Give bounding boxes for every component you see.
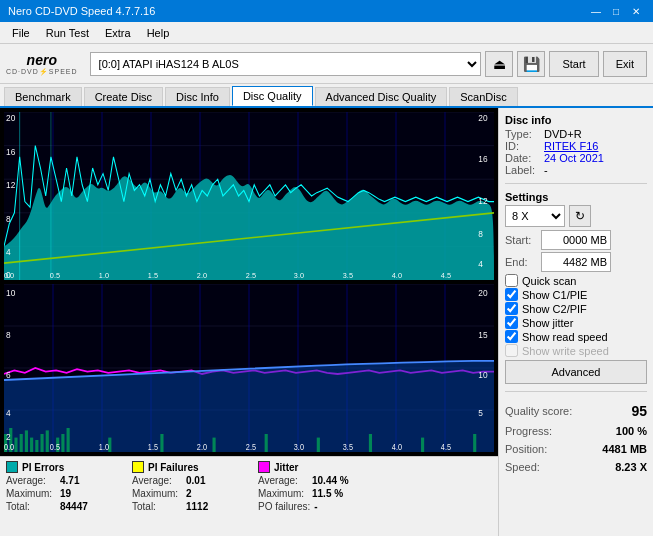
speed-row-bottom: Speed: 8.23 X <box>505 461 647 473</box>
maximize-button[interactable]: □ <box>607 3 625 19</box>
svg-text:1.0: 1.0 <box>99 271 109 280</box>
start-mb-row: Start: <box>505 230 647 250</box>
chart-pi-errors: 20 16 12 8 4 0 20 16 12 8 4 0.0 0.5 <box>4 112 494 280</box>
progress-row: Progress: 100 % <box>505 425 647 437</box>
show-c1-label: Show C1/PIE <box>522 289 587 301</box>
svg-text:15: 15 <box>478 329 487 340</box>
progress-label: Progress: <box>505 425 555 437</box>
pi-errors-avg-row: Average: 4.71 <box>6 475 116 486</box>
speed-row: 8 X ↻ <box>505 205 647 227</box>
close-button[interactable]: ✕ <box>627 3 645 19</box>
exit-button[interactable]: Exit <box>603 51 647 77</box>
logo-sub: CD·DVD⚡SPEED <box>6 68 78 76</box>
show-jitter-row: Show jitter <box>505 316 647 329</box>
show-write-speed-row: Show write speed <box>505 344 647 357</box>
right-panel: Disc info Type: DVD+R ID: RITEK F16 Date… <box>498 108 653 536</box>
jitter-po-row: PO failures: - <box>258 501 368 512</box>
start-mb-input[interactable] <box>541 230 611 250</box>
quick-scan-checkbox[interactable] <box>505 274 518 287</box>
show-read-speed-label: Show read speed <box>522 331 608 343</box>
tab-scan-disc[interactable]: ScanDisc <box>449 87 517 106</box>
disc-type-value: DVD+R <box>544 128 582 140</box>
svg-text:0.5: 0.5 <box>50 442 61 452</box>
charts-and-legend: 20 16 12 8 4 0 20 16 12 8 4 0.0 0.5 <box>0 108 498 536</box>
pi-failures-total-row: Total: 1112 <box>132 501 242 512</box>
drive-selector[interactable]: [0:0] ATAPI iHAS124 B AL0S <box>90 52 482 76</box>
save-button[interactable]: 💾 <box>517 51 545 77</box>
show-c1-row: Show C1/PIE <box>505 288 647 301</box>
svg-text:4.0: 4.0 <box>392 442 403 452</box>
svg-text:3.5: 3.5 <box>343 271 353 280</box>
disc-id-row: ID: RITEK F16 <box>505 140 647 152</box>
quality-score-value: 95 <box>631 403 647 419</box>
tab-disc-quality[interactable]: Disc Quality <box>232 86 313 106</box>
end-mb-input[interactable] <box>541 252 611 272</box>
speed-select[interactable]: 8 X <box>505 205 565 227</box>
svg-text:16: 16 <box>478 154 487 164</box>
legend-jitter: Jitter Average: 10.44 % Maximum: 11.5 % … <box>258 461 368 512</box>
pi-failures-label: PI Failures <box>148 462 199 473</box>
pi-failures-max-row: Maximum: 2 <box>132 488 242 499</box>
svg-text:2.5: 2.5 <box>246 442 257 452</box>
svg-text:3.0: 3.0 <box>294 271 304 280</box>
menu-file[interactable]: File <box>4 25 38 41</box>
settings-section: Settings 8 X ↻ Start: End: Quick scan <box>505 191 647 384</box>
quick-scan-label: Quick scan <box>522 275 576 287</box>
chart2-svg: 10 8 6 4 2 20 15 10 5 0.0 0.5 1.0 1. <box>4 284 494 452</box>
start-button[interactable]: Start <box>549 51 598 77</box>
speed-label: Speed: <box>505 461 555 473</box>
svg-text:20: 20 <box>478 287 487 298</box>
position-label: Position: <box>505 443 555 455</box>
menu-help[interactable]: Help <box>139 25 178 41</box>
svg-text:4.5: 4.5 <box>441 271 451 280</box>
divider1 <box>505 183 647 184</box>
end-mb-row: End: <box>505 252 647 272</box>
toolbar: nero CD·DVD⚡SPEED [0:0] ATAPI iHAS124 B … <box>0 44 653 84</box>
charts-area: 20 16 12 8 4 0 20 16 12 8 4 0.0 0.5 <box>0 108 498 456</box>
svg-text:1.5: 1.5 <box>148 271 158 280</box>
titlebar-title: Nero CD-DVD Speed 4.7.7.16 <box>8 5 155 17</box>
show-c2-checkbox[interactable] <box>505 302 518 315</box>
pi-errors-color <box>6 461 18 473</box>
svg-text:3.0: 3.0 <box>294 442 305 452</box>
menu-extra[interactable]: Extra <box>97 25 139 41</box>
legend-pi-failures: PI Failures Average: 0.01 Maximum: 2 Tot… <box>132 461 242 512</box>
svg-text:8: 8 <box>6 329 11 340</box>
quick-scan-row: Quick scan <box>505 274 647 287</box>
eject-button[interactable]: ⏏ <box>485 51 513 77</box>
svg-text:4.5: 4.5 <box>441 442 452 452</box>
disc-info-title: Disc info <box>505 114 647 126</box>
minimize-button[interactable]: — <box>587 3 605 19</box>
svg-text:16: 16 <box>6 146 15 156</box>
chart1-svg: 20 16 12 8 4 0 20 16 12 8 4 0.0 0.5 <box>4 112 494 280</box>
tab-create-disc[interactable]: Create Disc <box>84 87 163 106</box>
tab-advanced-disc-quality[interactable]: Advanced Disc Quality <box>315 87 448 106</box>
show-write-speed-checkbox <box>505 344 518 357</box>
show-jitter-checkbox[interactable] <box>505 316 518 329</box>
titlebar-controls: — □ ✕ <box>587 3 645 19</box>
svg-text:0.5: 0.5 <box>50 271 60 280</box>
tab-benchmark[interactable]: Benchmark <box>4 87 82 106</box>
pi-errors-label: PI Errors <box>22 462 64 473</box>
svg-text:4: 4 <box>6 247 11 257</box>
svg-text:10: 10 <box>6 287 15 298</box>
jitter-avg-row: Average: 10.44 % <box>258 475 368 486</box>
quality-score-row: Quality score: 95 <box>505 403 647 419</box>
svg-text:6: 6 <box>6 369 11 380</box>
settings-title: Settings <box>505 191 647 203</box>
jitter-max-row: Maximum: 11.5 % <box>258 488 368 499</box>
show-read-speed-checkbox[interactable] <box>505 330 518 343</box>
svg-text:12: 12 <box>478 196 487 206</box>
advanced-button[interactable]: Advanced <box>505 360 647 384</box>
pi-errors-total-row: Total: 84447 <box>6 501 116 512</box>
jitter-label: Jitter <box>274 462 298 473</box>
position-row: Position: 4481 MB <box>505 443 647 455</box>
show-c1-checkbox[interactable] <box>505 288 518 301</box>
pi-failures-color <box>132 461 144 473</box>
menu-run-test[interactable]: Run Test <box>38 25 97 41</box>
svg-text:4: 4 <box>6 407 11 418</box>
refresh-button[interactable]: ↻ <box>569 205 591 227</box>
disc-id-value[interactable]: RITEK F16 <box>544 140 598 152</box>
tab-disc-info[interactable]: Disc Info <box>165 87 230 106</box>
svg-text:1.5: 1.5 <box>148 442 159 452</box>
